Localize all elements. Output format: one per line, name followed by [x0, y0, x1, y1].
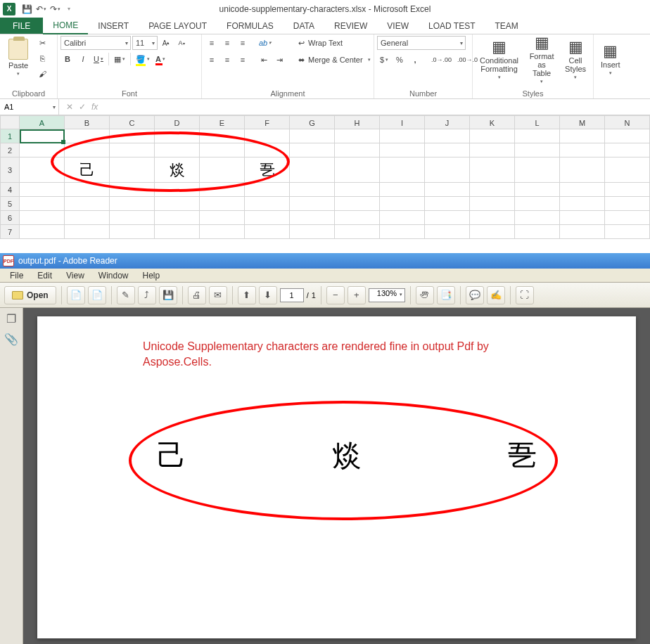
format-painter-button[interactable]: 🖌: [35, 67, 49, 81]
column-header-H[interactable]: H: [335, 115, 380, 129]
row-header-3[interactable]: 3: [0, 157, 20, 183]
copy-button[interactable]: ⎘: [35, 51, 49, 65]
email-button[interactable]: ✉: [209, 286, 227, 304]
row-header-7[interactable]: 7: [0, 225, 20, 239]
decrease-font-button[interactable]: A▾: [174, 36, 189, 50]
row-header-5[interactable]: 5: [0, 197, 20, 211]
column-header-K[interactable]: K: [470, 115, 515, 129]
tab-data[interactable]: DATA: [283, 18, 324, 34]
wrap-text-button[interactable]: ↩ Wrap Text: [296, 36, 374, 50]
tab-view[interactable]: VIEW: [377, 18, 419, 34]
page-number-input[interactable]: [280, 288, 304, 302]
comma-format-button[interactable]: ,: [408, 53, 422, 67]
select-all-corner[interactable]: [0, 115, 20, 129]
sign-button[interactable]: ✍: [487, 286, 505, 304]
decrease-indent-button[interactable]: ⇤: [257, 53, 271, 67]
name-box-input[interactable]: [3, 102, 45, 112]
tool2-button[interactable]: 📑: [437, 286, 455, 304]
cell-D3[interactable]: 㷋: [155, 157, 200, 183]
cell-A1[interactable]: [20, 129, 65, 143]
align-middle-button[interactable]: ≡: [220, 36, 234, 50]
menu-window[interactable]: Window: [93, 270, 134, 281]
align-right-button[interactable]: ≡: [236, 53, 250, 67]
tab-home[interactable]: HOME: [43, 18, 88, 34]
tool1-button[interactable]: 🖑: [416, 286, 434, 304]
row-header-1[interactable]: 1: [0, 129, 20, 143]
zoom-in-button[interactable]: +: [348, 286, 366, 304]
cell-B3[interactable]: 己: [65, 157, 110, 183]
print-button[interactable]: 🖨: [188, 286, 206, 304]
zoom-out-button[interactable]: −: [326, 286, 345, 304]
cell-styles-button[interactable]: ▦ Cell Styles ▾: [561, 38, 590, 82]
font-name-select[interactable]: Calibri: [60, 36, 131, 50]
insert-cells-button[interactable]: ▦ Insert ▾: [597, 42, 625, 77]
align-bottom-button[interactable]: ≡: [236, 36, 250, 50]
italic-button[interactable]: I: [76, 52, 90, 66]
row-header-2[interactable]: 2: [0, 143, 20, 157]
font-color-button[interactable]: A: [153, 52, 167, 66]
font-size-select[interactable]: 11: [132, 36, 158, 50]
column-header-M[interactable]: M: [560, 115, 605, 129]
align-top-button[interactable]: ≡: [205, 36, 219, 50]
column-header-G[interactable]: G: [290, 115, 335, 129]
column-header-F[interactable]: F: [245, 115, 290, 129]
format-as-table-button[interactable]: ▦ Format as Table ▾: [524, 34, 559, 86]
conditional-formatting-button[interactable]: ▦ Conditional Formatting ▾: [476, 38, 523, 82]
column-header-B[interactable]: B: [65, 115, 110, 129]
tab-page-layout[interactable]: PAGE LAYOUT: [139, 18, 217, 34]
edit-pdf-button[interactable]: ✎: [117, 286, 135, 304]
tab-insert[interactable]: INSERT: [88, 18, 139, 34]
qat-customize[interactable]: ▾: [62, 2, 76, 16]
tab-team[interactable]: TEAM: [485, 18, 528, 34]
fill-color-button[interactable]: 🪣: [134, 52, 152, 66]
convert-pdf-button[interactable]: 📄: [88, 286, 106, 304]
pdf-canvas[interactable]: Unicode Supplementary characters are ren…: [23, 308, 650, 644]
row-header-4[interactable]: 4: [0, 183, 20, 197]
menu-file[interactable]: File: [4, 270, 29, 281]
tab-review[interactable]: REVIEW: [324, 18, 377, 34]
paste-button[interactable]: Paste ▾: [3, 36, 34, 78]
comment-button[interactable]: 💬: [466, 286, 484, 304]
bold-button[interactable]: B: [60, 52, 75, 66]
column-header-E[interactable]: E: [200, 115, 245, 129]
cut-button[interactable]: ✂: [35, 36, 49, 50]
attachments-panel-icon[interactable]: 📎: [4, 333, 18, 346]
cancel-formula-icon[interactable]: ✕: [66, 102, 73, 112]
zoom-level-select[interactable]: 130%: [369, 288, 405, 302]
increase-decimal-button[interactable]: .0→.00: [429, 53, 454, 67]
tab-formulas[interactable]: FORMULAS: [217, 18, 283, 34]
undo-button[interactable]: ↶: [34, 2, 48, 16]
column-header-L[interactable]: L: [515, 115, 560, 129]
align-center-button[interactable]: ≡: [220, 53, 234, 67]
menu-edit[interactable]: Edit: [32, 270, 58, 281]
orientation-button[interactable]: ab: [257, 36, 274, 50]
save-button[interactable]: 💾: [20, 2, 34, 16]
name-box[interactable]: [0, 99, 59, 115]
align-left-button[interactable]: ≡: [205, 53, 219, 67]
thumbnails-panel-icon[interactable]: ❐: [6, 312, 16, 326]
enter-formula-icon[interactable]: ✓: [79, 102, 86, 112]
merge-center-button[interactable]: ⬌ Merge & Center: [296, 53, 381, 67]
fullscreen-button[interactable]: ⛶: [516, 286, 534, 304]
row-header-6[interactable]: 6: [0, 211, 20, 225]
spreadsheet-grid[interactable]: A B C D E F G H I J K L M N 1 2 3己㷋㐏 4 5…: [0, 115, 650, 250]
cell-F3[interactable]: 㐏: [245, 157, 290, 183]
accounting-format-button[interactable]: $: [377, 53, 391, 67]
column-header-D[interactable]: D: [155, 115, 200, 129]
open-file-button[interactable]: Open: [4, 286, 56, 304]
column-header-C[interactable]: C: [110, 115, 155, 129]
export-pdf-button[interactable]: ⤴: [138, 286, 156, 304]
increase-indent-button[interactable]: ⇥: [272, 53, 286, 67]
column-header-N[interactable]: N: [605, 115, 650, 129]
border-button[interactable]: ▦: [112, 52, 127, 66]
menu-view[interactable]: View: [60, 270, 90, 281]
menu-help[interactable]: Help: [137, 270, 166, 281]
percent-format-button[interactable]: %: [393, 53, 407, 67]
save-button[interactable]: 💾: [159, 286, 177, 304]
underline-button[interactable]: U: [91, 52, 106, 66]
number-format-select[interactable]: General: [377, 36, 466, 50]
tab-file[interactable]: FILE: [0, 18, 43, 34]
increase-font-button[interactable]: A▴: [159, 36, 173, 50]
redo-button[interactable]: ↷: [48, 2, 62, 16]
tab-load-test[interactable]: LOAD TEST: [419, 18, 485, 34]
